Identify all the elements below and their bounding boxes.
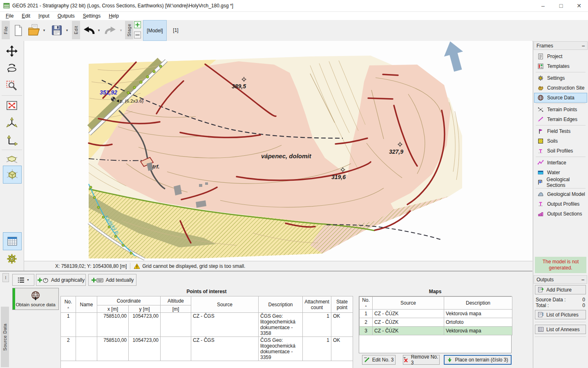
table-row[interactable]: 1 CZ - ČÚZK Vektorová mapa [360, 310, 512, 318]
col-altitude[interactable]: Altitude [161, 296, 191, 305]
table-row[interactable]: 2 CZ - ČÚZK Ortofoto [360, 318, 512, 327]
map-canvas[interactable]: 351,92 p. (6.2x3.6) 389,5 327,9 319,6 vá… [24, 41, 532, 261]
source-data-vertical-tab[interactable]: Source Data [1, 307, 9, 367]
frames-minimize-icon[interactable]: ‒ [582, 43, 585, 49]
place-on-terrain-button[interactable]: Place on terrain (číslo 3) [444, 355, 512, 365]
edit-map-button[interactable]: Edit No. 3 [362, 355, 396, 365]
add-graphically-button[interactable]: Add graphically [36, 274, 86, 286]
save-dropdown[interactable]: ▾ [65, 20, 69, 40]
sidebar-item-templates[interactable]: Templates [534, 61, 587, 71]
interface-icon [537, 159, 544, 166]
menu-input[interactable]: Input [34, 12, 54, 20]
sort-asc-icon: ▲ [364, 304, 367, 307]
axes-2d-button[interactable] [3, 132, 21, 149]
collapsed-tab[interactable]: I [2, 273, 9, 282]
maps-table[interactable]: No. ▲ Source Description 1 CZ - ČÚZK Vek… [359, 296, 512, 335]
stage-remove-button[interactable] [134, 31, 141, 38]
col-no[interactable]: No. ▲ [61, 296, 76, 313]
close-button[interactable]: ✕ [570, 0, 588, 11]
stage-add-button[interactable] [134, 21, 141, 28]
axonometry-button[interactable] [3, 166, 22, 184]
empty-row[interactable] [61, 361, 353, 368]
col-name[interactable]: Name [76, 296, 97, 313]
list-mode-button[interactable]: ▾ [12, 274, 34, 286]
sidebar-item-geological-sections[interactable]: Geological Sections [534, 177, 587, 187]
menu-edit[interactable]: Edit [18, 12, 34, 20]
open-file-dropdown[interactable]: ▾ [42, 20, 47, 40]
menu-settings[interactable]: Settings [79, 12, 105, 20]
table-row[interactable]: 1 758510,00 1054723,00 CZ - ČGS ČGS Geo:… [61, 313, 353, 337]
open-file-button[interactable] [26, 20, 42, 40]
col-altitude-unit[interactable]: [m] [161, 305, 191, 313]
points-of-interest-table[interactable]: No. ▲ Name Coordinate Altitude Source De… [60, 296, 353, 368]
sidebar-item-field-tests[interactable]: Field Tests [534, 126, 587, 136]
active-indicator [13, 288, 15, 310]
add-textually-button[interactable]: Add textually [88, 274, 136, 286]
axes-3d-button[interactable] [3, 114, 21, 132]
sidebar-item-terrain-points[interactable]: Terrain Points [534, 105, 587, 114]
list-of-annexes-button[interactable]: List of Annexes [535, 325, 586, 334]
col-description[interactable]: Description [259, 296, 303, 313]
sidebar-item-geological-model[interactable]: Geological Model [534, 189, 587, 199]
new-file-button[interactable] [11, 20, 25, 40]
view-direction-icon [6, 154, 18, 166]
field-tests-icon [537, 128, 544, 135]
elevation-label-3: 319,6 [331, 174, 346, 180]
col-source[interactable]: Source [191, 296, 259, 313]
col-coordinate[interactable]: Coordinate [97, 296, 161, 305]
col-state-point[interactable]: Statepoint [331, 296, 353, 313]
sidebar-item-soils[interactable]: Soils [534, 136, 587, 146]
sidebar-item-project[interactable]: Project [534, 52, 587, 61]
col-source[interactable]: Source [373, 297, 444, 310]
construction-site-icon [537, 85, 544, 91]
menu-file[interactable]: File [2, 12, 18, 20]
drawing-settings-button[interactable] [3, 250, 21, 267]
sidebar-item-terrain-edges[interactable]: Terrain Edges [534, 114, 587, 124]
sidebar-item-settings[interactable]: Settings [534, 73, 587, 83]
col-description[interactable]: Description [444, 297, 512, 310]
templates-icon [537, 63, 544, 70]
menu-outputs[interactable]: Outputs [54, 12, 79, 20]
menu-help[interactable]: Help [105, 12, 123, 20]
table-row[interactable]: 2 758510,00 1054723,00 CZ - ČGS ČGS Geo:… [61, 337, 353, 361]
outputs-separator [535, 322, 586, 322]
toolbar-group-file-label: File [3, 26, 8, 34]
col-attachment-count[interactable]: Attachmentcount [303, 296, 331, 313]
outputs-panel: Outputs ‒ Add Picture Source Data : 0 To… [533, 275, 588, 339]
outputs-minimize-icon[interactable]: ‒ [581, 277, 584, 283]
sidebar-item-construction-site[interactable]: Construction Site [534, 83, 587, 93]
table-view-button[interactable] [3, 232, 22, 250]
tab-stage-1[interactable]: [1] [169, 20, 182, 40]
sidebar-item-water[interactable]: Water [534, 168, 587, 177]
sidebar-item-interface[interactable]: Interface [534, 158, 587, 168]
col-y[interactable]: y [m] [129, 305, 161, 313]
undo-dropdown[interactable]: ▾ [96, 20, 101, 40]
pan-icon [6, 45, 18, 57]
tab-model[interactable]: [Model] [143, 20, 167, 41]
obtain-source-data-button[interactable]: Obtain source data [12, 288, 59, 310]
sidebar-item-output-sections[interactable]: Output Sections [534, 209, 587, 219]
zoom-window-tool-button[interactable] [3, 78, 21, 95]
maximize-button[interactable]: □ [552, 0, 570, 11]
sidebar-item-output-profiles[interactable]: Output Profiles [534, 199, 587, 209]
new-file-icon [12, 23, 24, 37]
remove-map-button[interactable]: Remove No. 3 [403, 355, 440, 365]
table-row-selected[interactable]: 3 CZ - ČÚZK Vektorová mapa [360, 327, 512, 335]
redo-button[interactable] [103, 20, 118, 40]
minimize-button[interactable]: – [534, 0, 552, 11]
save-button[interactable] [49, 20, 65, 40]
col-x[interactable]: x [m] [97, 305, 129, 313]
undo-button[interactable] [81, 20, 96, 40]
frames-separator [536, 157, 586, 157]
warning-icon [134, 263, 140, 269]
list-of-pictures-button[interactable]: List of Pictures [535, 310, 586, 319]
app-window: GEO5 2021 - Stratigraphy (32 bit) (Logs,… [0, 0, 588, 368]
sidebar-item-source-data[interactable]: Source Data [534, 93, 587, 103]
redo-dropdown[interactable]: ▾ [118, 20, 123, 40]
fit-to-window-button[interactable] [3, 97, 21, 114]
pan-tool-button[interactable] [3, 43, 21, 60]
add-picture-button[interactable]: Add Picture [535, 285, 586, 294]
col-no[interactable]: No. ▲ [360, 297, 373, 310]
sidebar-item-soil-profiles[interactable]: Soil Profiles [534, 146, 587, 156]
rotate-tool-button[interactable] [3, 60, 21, 77]
